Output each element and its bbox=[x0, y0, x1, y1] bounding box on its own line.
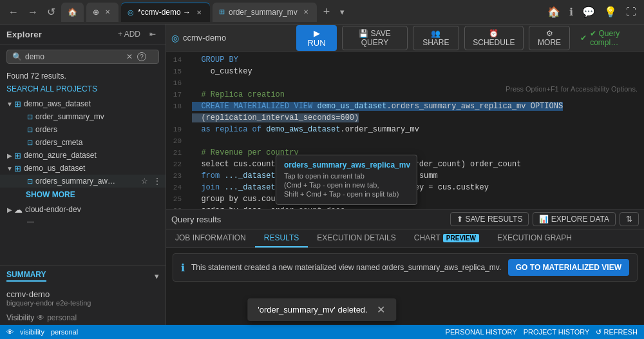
tree-item-orders-cmeta[interactable]: ⊡ orders_cmeta ☆ ⋮ bbox=[0, 136, 166, 149]
share-button[interactable]: 👥 SHARE bbox=[413, 26, 459, 50]
tab-execution-details[interactable]: EXECUTION DETAILS bbox=[308, 229, 404, 247]
tab-job-information[interactable]: JOB INFORMATION bbox=[166, 229, 255, 247]
add-tab-button[interactable]: + bbox=[319, 4, 334, 20]
query-title-area: ◎ bbox=[171, 33, 291, 43]
query-name-input[interactable] bbox=[183, 33, 291, 43]
code-line: (replication_interval_seconds=600) bbox=[166, 112, 644, 124]
bulb-icon-button[interactable]: 💡 bbox=[601, 5, 620, 19]
star-button[interactable]: ☆ bbox=[139, 176, 150, 186]
ccmv-tab-close[interactable]: ✕ bbox=[194, 8, 204, 17]
star-button[interactable]: ☆ bbox=[139, 137, 150, 148]
table-icon: ⊡ bbox=[27, 139, 33, 147]
browser-bar: ← → ↺ 🏠 ⊕ ✕ ◎ *ccmv-demo → ✕ ⊞ order_sum… bbox=[0, 0, 644, 24]
more-button[interactable]: ⚙ MORE bbox=[529, 26, 570, 50]
sidebar-bottom: SUMMARY ▾ ccmv-demo bigquery-endor e2e-t… bbox=[0, 266, 166, 325]
tree-item-orders[interactable]: ⊡ orders ☆ ⋮ bbox=[0, 123, 166, 136]
visibility-value: personal bbox=[47, 313, 77, 322]
home-icon-button[interactable]: 🏠 bbox=[545, 5, 563, 19]
code-line: 19 as replica of demo_aws_dataset.order_… bbox=[166, 124, 644, 135]
tooltip-line-2: (Cmd + Tap - open in new tab, bbox=[284, 181, 409, 189]
project-history-link[interactable]: PROJECT HISTORY bbox=[524, 328, 590, 336]
tree-item-demo-aws[interactable]: ▼ ⊞ demo_aws_dataset ☆ ⋮ bbox=[0, 97, 166, 110]
info-icon-button[interactable]: ℹ bbox=[567, 5, 576, 19]
more-button[interactable]: ⋮ bbox=[151, 150, 163, 160]
refresh-button[interactable]: ↺ bbox=[44, 5, 59, 19]
toast-close-button[interactable]: ✕ bbox=[375, 304, 386, 316]
collapse-button[interactable]: ⇤ bbox=[146, 28, 159, 40]
ccmv-tab-label: *ccmv-demo → bbox=[138, 8, 191, 17]
info-banner-text: This statement created a new materialize… bbox=[191, 263, 502, 272]
summary-tab[interactable]: SUMMARY ▾ bbox=[0, 266, 166, 286]
explore-data-button[interactable]: 📊 EXPLORE DATA bbox=[533, 212, 616, 226]
show-more-link[interactable]: SHOW MORE bbox=[0, 188, 166, 202]
tree-item-demo-azure[interactable]: ▶ ⊞ demo_azure_dataset ☆ ⋮ bbox=[0, 149, 166, 162]
back-button[interactable]: ← bbox=[5, 5, 22, 19]
preview-badge: PREVIEW bbox=[443, 234, 479, 242]
star-button[interactable]: ☆ bbox=[139, 111, 150, 122]
search-results-info: Found 72 results. bbox=[0, 69, 166, 83]
goto-materialized-view-button[interactable]: GO TO MATERIALIZED VIEW bbox=[508, 259, 629, 276]
dataset-icon: ⊞ bbox=[14, 99, 21, 109]
search-all-projects-link[interactable]: SEARCH ALL PROJECTS bbox=[0, 83, 166, 97]
search-clear-button[interactable]: ✕ bbox=[125, 52, 134, 61]
star-button[interactable]: ★ bbox=[139, 163, 150, 173]
personal-history-link[interactable]: PERSONAL HISTORY bbox=[446, 328, 517, 336]
results-content: ℹ This statement created a new materiali… bbox=[166, 248, 644, 325]
sidebar: Explorer + ADD ⇤ 🔍 ✕ ? Found 72 results.… bbox=[0, 24, 166, 325]
info-icon: ℹ bbox=[181, 262, 185, 274]
new-tab-close[interactable]: ✕ bbox=[103, 8, 112, 16]
refresh-link[interactable]: ↺ REFRESH bbox=[596, 328, 638, 336]
tab-execution-graph[interactable]: EXECUTION GRAPH bbox=[488, 229, 581, 247]
search-help-button[interactable]: ? bbox=[137, 52, 146, 61]
tree-item-label: demo_us_dataset bbox=[24, 164, 139, 173]
tab-more-button[interactable]: ▾ bbox=[336, 6, 348, 18]
more-button[interactable]: ⋮ bbox=[151, 163, 163, 173]
new-tab-icon: ⊕ bbox=[93, 8, 99, 17]
status-right: PERSONAL HISTORY PROJECT HISTORY ↺ REFRE… bbox=[446, 328, 638, 336]
star-button[interactable]: ☆ bbox=[139, 150, 150, 160]
more-button[interactable]: ⋮ bbox=[151, 204, 163, 215]
expand-icon-button[interactable]: ⛶ bbox=[623, 5, 639, 19]
tree-item-placeholder[interactable]: — bbox=[0, 216, 166, 226]
tab-chart[interactable]: CHART PREVIEW bbox=[405, 229, 488, 247]
save-query-button[interactable]: 💾 SAVE QUERY bbox=[342, 26, 408, 50]
tab-order[interactable]: ⊞ order_summary_mv ✕ bbox=[213, 3, 317, 22]
table-icon: ⊡ bbox=[27, 113, 33, 121]
expand-button[interactable]: ⇅ bbox=[620, 212, 639, 226]
star-button[interactable]: ★ bbox=[139, 204, 150, 215]
run-button[interactable]: ▶ RUN bbox=[296, 25, 337, 51]
eye-icon: 👁 bbox=[37, 313, 44, 322]
more-button[interactable]: ⋮ bbox=[151, 176, 163, 186]
add-button[interactable]: + ADD bbox=[115, 28, 144, 40]
tab-results[interactable]: RESULTS bbox=[255, 229, 308, 247]
sidebar-header: Explorer + ADD ⇤ bbox=[0, 24, 166, 44]
tree-item-demo-us[interactable]: ▼ ⊞ demo_us_dataset ★ ⋮ bbox=[0, 162, 166, 175]
tree-item-cloud-endor[interactable]: ▶ ☁ cloud-endor-dev ★ ⋮ bbox=[0, 203, 166, 216]
more-button[interactable]: ⋮ bbox=[151, 111, 163, 122]
search-input[interactable] bbox=[25, 52, 122, 61]
schedule-button[interactable]: ⏰ SCHEDULE bbox=[464, 26, 524, 50]
star-button[interactable]: ☆ bbox=[139, 99, 150, 109]
tab-new[interactable]: ⊕ ✕ bbox=[86, 3, 118, 22]
status-visibility-label: visibility bbox=[20, 328, 44, 336]
forward-button[interactable]: → bbox=[24, 5, 41, 19]
star-button[interactable]: ☆ bbox=[139, 124, 150, 135]
tab-ccmv[interactable]: ◎ *ccmv-demo → ✕ bbox=[121, 3, 210, 22]
search-box: 🔍 ✕ ? bbox=[6, 50, 159, 64]
tree-item-order-summary[interactable]: ⊡ order_summary_mv ☆ ⋮ bbox=[0, 110, 166, 123]
chat-icon-button[interactable]: 💬 bbox=[580, 5, 598, 19]
code-line: 15 o_custkey bbox=[166, 66, 644, 77]
tree-item-orders-summary-aw[interactable]: ⊡ orders_summary_aw… ☆ ⋮ bbox=[0, 175, 166, 188]
order-tab-close[interactable]: ✕ bbox=[301, 8, 310, 16]
more-button[interactable]: ⋮ bbox=[151, 137, 163, 148]
query-complete-label: ✔ Query compl… bbox=[590, 29, 639, 47]
home-tab-icon: 🏠 bbox=[68, 8, 77, 17]
tree-item-label: orders_summary_aw… bbox=[35, 177, 139, 186]
tooltip-title: orders_summary_aws_replica_mv bbox=[284, 160, 409, 170]
bottom-panel: Query results ⬆ SAVE RESULTS 📊 EXPLORE D… bbox=[166, 209, 644, 325]
save-results-button[interactable]: ⬆ SAVE RESULTS bbox=[450, 212, 529, 226]
more-button[interactable]: ⋮ bbox=[151, 99, 163, 109]
tab-home[interactable]: 🏠 bbox=[61, 3, 84, 22]
more-button[interactable]: ⋮ bbox=[151, 124, 163, 135]
code-editor[interactable]: 14 GROUP BY 15 o_custkey 16 17 # Replica… bbox=[166, 52, 644, 209]
